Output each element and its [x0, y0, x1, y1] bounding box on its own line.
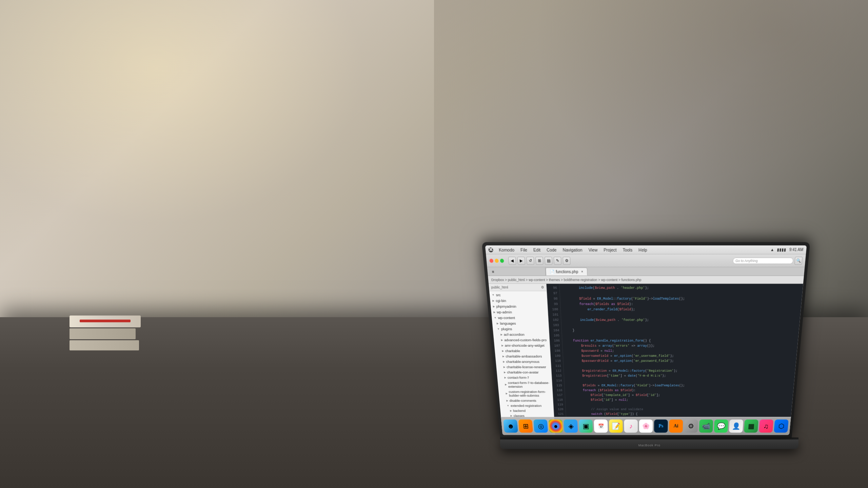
- back-button[interactable]: ◀: [508, 257, 516, 265]
- dock-music[interactable]: ♫: [759, 420, 773, 433]
- toolbar-btn-3[interactable]: ▤: [545, 257, 553, 265]
- toolbar-btn-2[interactable]: ⊞: [535, 257, 544, 265]
- dock-itunes[interactable]: ♪: [624, 420, 638, 433]
- sidebar-item-charitable-avatar[interactable]: charitable-con-avatar: [497, 369, 552, 375]
- sidebar-item-cgi[interactable]: cgi-bin: [490, 298, 547, 303]
- code-line: [565, 333, 796, 338]
- dock-calendar[interactable]: 📅: [594, 420, 608, 433]
- tab-close-icon[interactable]: ×: [581, 269, 583, 273]
- dock-photos[interactable]: 🌸: [639, 420, 653, 433]
- sidebar-item-charitable-ambassadors[interactable]: charitable-ambassadors: [495, 353, 550, 359]
- dock-numbers[interactable]: ▦: [744, 420, 758, 433]
- menubar-code[interactable]: Code: [545, 247, 558, 252]
- sidebar-item-phpmyadmin[interactable]: phpmyadmin: [491, 303, 548, 309]
- laptop-base: [500, 440, 798, 449]
- code-line: foreach ($fields as $field):: [568, 388, 791, 393]
- maximize-button[interactable]: [500, 259, 504, 263]
- sidebar-item-src[interactable]: src: [490, 292, 547, 298]
- toolbar-btn-1[interactable]: ↺: [526, 257, 534, 265]
- code-line: [563, 291, 800, 296]
- code-editor[interactable]: 96979899100 101102103104105 106107108109…: [547, 284, 803, 435]
- sidebar-item-wpcontent[interactable]: wp-content: [492, 315, 548, 321]
- menubar-help[interactable]: Help: [637, 247, 648, 252]
- code-line: $registration['time'] = date('Y-m-d H:i:…: [567, 373, 792, 378]
- tab-functions-php[interactable]: 📄 functions.php ×: [546, 267, 588, 275]
- sidebar-item-plugins[interactable]: plugins: [493, 326, 549, 331]
- sidebar-tree: src cgi-bin phpmyadmin wp-admin wp-conte…: [489, 291, 554, 428]
- dock-facetime[interactable]: 📹: [699, 420, 713, 433]
- sidebar-item-languages[interactable]: languages: [492, 321, 549, 326]
- laptop-screen: ⌘ Komodo File Edit Code Navigation View …: [485, 245, 807, 435]
- code-line: include($view_path . 'header.php');: [563, 285, 800, 291]
- code-line: }: [565, 328, 796, 333]
- sidebar-item-amr[interactable]: amr-shortcode-any-widget: [494, 343, 550, 348]
- sidebar-item-cf7[interactable]: contact-form-7: [497, 375, 552, 380]
- dock-messages[interactable]: 💬: [714, 420, 728, 433]
- sidebar-item-charitable[interactable]: charitable: [495, 348, 550, 353]
- macos-window: ⌘ Komodo File Edit Code Navigation View …: [485, 245, 807, 435]
- code-line: $passwordField = er_option('er_password_…: [566, 359, 793, 364]
- toolbar: ◀ ▶ ↺ ⊞ ▤ ✎ ⚙ Go to Anything 🔍: [486, 254, 806, 267]
- clock: 9:41 AM: [789, 247, 804, 252]
- dock-maps[interactable]: ▣: [579, 420, 593, 433]
- sidebar-item-custom-reg[interactable]: custom-registration-form-builder-with-su…: [498, 389, 553, 398]
- code-area[interactable]: include($view_path . 'header.php'); $fie…: [559, 284, 803, 435]
- sidebar-item-acf[interactable]: acf-accordion: [493, 332, 549, 337]
- dock-preferences[interactable]: ⚙: [684, 420, 698, 433]
- dock-chrome[interactable]: ●: [549, 420, 563, 433]
- code-line: $field['template_id'] = $field['id'];: [568, 393, 790, 398]
- menubar-navigation[interactable]: Navigation: [561, 247, 584, 252]
- dock-finder[interactable]: ☻: [503, 420, 518, 433]
- sidebar-item-disable-comments[interactable]: disable-comments: [499, 398, 553, 403]
- toolbar-btn-4[interactable]: ✎: [554, 257, 561, 265]
- apple-menu[interactable]: ⌘: [488, 247, 493, 252]
- sidebar-item-charitable-license[interactable]: charitable-license-renewer: [496, 364, 551, 370]
- dock-illustrator[interactable]: Ai: [669, 420, 683, 433]
- code-line: $fields = ER_Model::factory('Field')->lo…: [567, 383, 791, 388]
- forward-button[interactable]: ▶: [517, 257, 526, 265]
- code-line: [565, 323, 797, 328]
- book-top: [70, 316, 141, 327]
- sidebar-item-advanced-cf[interactable]: advanced-custom-fields-pro: [494, 337, 550, 343]
- dock-safari[interactable]: ◈: [564, 420, 578, 433]
- menubar-project[interactable]: Project: [603, 247, 618, 252]
- code-content: 96979899100 101102103104105 106107108109…: [547, 284, 803, 435]
- laptop: ⌘ Komodo File Edit Code Navigation View …: [493, 256, 798, 449]
- breadcrumb-path: Dropbox > public_html > wp-content > the…: [491, 278, 642, 282]
- toolbar-btn-5[interactable]: ⚙: [563, 257, 571, 265]
- dock-notes[interactable]: 📝: [609, 420, 623, 433]
- sidebar-header: public_html ⚙: [489, 284, 547, 291]
- sidebar-item-backend[interactable]: backend: [500, 408, 554, 413]
- tab-label: functions.php: [556, 269, 578, 274]
- code-line: // Assign value and validate: [569, 407, 789, 412]
- battery-icon: ▮▮▮▮: [777, 247, 787, 252]
- sidebar-item-wpadmin[interactable]: wp-admin: [491, 309, 548, 315]
- close-button[interactable]: [489, 259, 493, 263]
- code-line: switch ($field['type']) {: [569, 412, 789, 416]
- menubar-view[interactable]: View: [587, 247, 599, 252]
- sidebar-header-label: public_html: [491, 285, 508, 289]
- sidebar-item-charitable-anonymous[interactable]: charitable-anonymous: [496, 359, 551, 364]
- menubar-tools[interactable]: Tools: [622, 247, 634, 252]
- dock-launchpad[interactable]: ⊞: [518, 420, 533, 433]
- dock-appstore[interactable]: ⬡: [774, 420, 789, 433]
- laptop-lid: ⌘ Komodo File Edit Code Navigation View …: [482, 242, 810, 438]
- menubar: ⌘ Komodo File Edit Code Navigation View …: [485, 245, 807, 254]
- sidebar-item-cf7-db[interactable]: contact-form-7-to-database-extension: [498, 380, 552, 389]
- search-icon[interactable]: 🔍: [794, 257, 803, 265]
- dock-safari-tp[interactable]: ◎: [533, 420, 548, 433]
- code-line: $password = null;: [566, 348, 794, 353]
- dock-contacts[interactable]: 👤: [729, 420, 744, 433]
- menubar-edit[interactable]: Edit: [532, 247, 542, 252]
- sidebar-toggle[interactable]: ≡: [487, 267, 499, 275]
- sidebar-item-extended-reg[interactable]: extended-registration: [500, 403, 553, 408]
- menubar-items: Komodo File Edit Code Navigation View Pr…: [497, 247, 648, 252]
- minimize-button[interactable]: [495, 259, 499, 263]
- dock-photoshop[interactable]: Ps: [654, 420, 668, 433]
- menubar-file[interactable]: File: [519, 247, 529, 252]
- go-to-anything-input[interactable]: Go to Anything: [733, 257, 794, 264]
- menubar-komodo[interactable]: Komodo: [497, 247, 516, 252]
- sidebar-settings-icon[interactable]: ⚙: [541, 285, 544, 289]
- laptop-screen-wrapper: ⌘ Komodo File Edit Code Navigation View …: [500, 256, 792, 449]
- code-line: function er_handle_registration_form() {: [565, 338, 795, 343]
